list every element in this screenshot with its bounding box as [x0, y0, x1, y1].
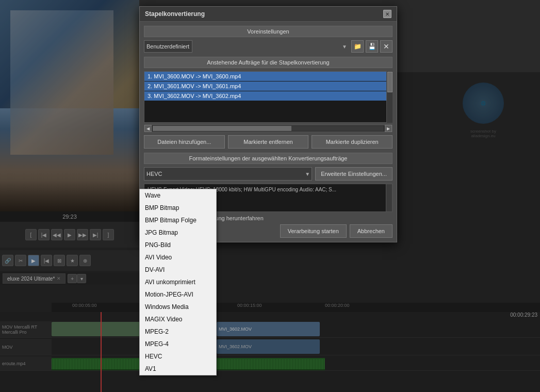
cancel-btn[interactable]: Abbrechen [350, 224, 392, 238]
presets-section-header: Voreinstellungen [144, 26, 392, 37]
dropdown-item-magix-video[interactable]: MAGIX Video [140, 313, 216, 325]
format-dropdown[interactable]: HEVC [144, 167, 312, 181]
job-item-2[interactable]: 2. MVI_3601.MOV -> MVI_3601.mp4 [144, 81, 392, 91]
dropdown-item-avi-unkomprimiert[interactable]: AVI unkomprimiert [140, 276, 216, 288]
hscroll-track[interactable] [153, 126, 384, 131]
preset-dropdown[interactable]: Benutzerdefiniert [144, 40, 192, 53]
modal-title: Stapelkonvertierung [145, 10, 205, 18]
advanced-settings-btn[interactable]: Erweiterte Einstellungen... [315, 167, 392, 181]
duplicate-marked-btn[interactable]: Markierte duplizieren [312, 135, 392, 149]
jobs-list-container: 1. MVI_3600.MOV -> MVI_3600.mp4 2. MVI_3… [144, 71, 392, 123]
dropdown-item-av1[interactable]: AV1 [140, 363, 216, 375]
modal-close-btn[interactable]: ✕ [383, 10, 391, 18]
hscroll-right-btn[interactable]: ▶ [385, 125, 392, 132]
presets-row: Benutzerdefiniert ▼ 📁 💾 ✕ [144, 40, 392, 53]
format-row: HEVC ▼ Erweiterte Einstellungen... [144, 167, 392, 181]
hscroll-left-btn[interactable]: ◀ [144, 125, 152, 132]
preset-select-container: Benutzerdefiniert ▼ [144, 40, 349, 53]
dropdown-item-avi-video[interactable]: AVI Video [140, 251, 216, 264]
dropdown-item-wave[interactable]: Wave [140, 189, 216, 202]
desc-scrollbar[interactable] [386, 184, 392, 211]
format-select-container: HEVC ▼ [144, 167, 312, 181]
add-files-btn[interactable]: Dateien hinzufügen... [144, 135, 225, 149]
jobs-hscroll: ◀ ▶ [144, 125, 392, 132]
action-buttons-row: Dateien hinzufügen... Markierte entferne… [144, 135, 392, 149]
dropdown-item-png-bild[interactable]: PNG-Bild [140, 239, 216, 251]
preset-dropdown-arrow: ▼ [342, 44, 347, 50]
dropdown-item-hevc[interactable]: HEVC [140, 350, 216, 363]
preset-close-btn[interactable]: ✕ [380, 40, 392, 53]
job-item-3[interactable]: 3. MVI_3602.MOV -> MVI_3602.mp4 [144, 91, 392, 101]
folder-icon: 📁 [354, 43, 362, 50]
dropdown-item-mpeg4[interactable]: MPEG-4 [140, 338, 216, 350]
dropdown-item-dv-avi[interactable]: DV-AVI [140, 264, 216, 276]
modal-title-bar: Stapelkonvertierung ✕ [140, 7, 397, 22]
dropdown-item-jpg-bitmap[interactable]: JPG Bitmap [140, 226, 216, 239]
bottom-right-area: Verarbeitung starten Abbrechen [280, 224, 392, 238]
job-item-1[interactable]: 1. MVI_3600.MOV -> MVI_3600.mp4 [144, 72, 392, 81]
jobs-section-header: Anstehende Aufträge für die Stapelkonver… [144, 57, 392, 68]
dropdown-item-bmp-bitmap[interactable]: BMP Bitmap [140, 202, 216, 214]
preset-folder-btn[interactable]: 📁 [351, 40, 364, 53]
jobs-list[interactable]: 1. MVI_3600.MOV -> MVI_3600.mp4 2. MVI_3… [144, 71, 392, 123]
dropdown-item-mpeg2[interactable]: MPEG-2 [140, 325, 216, 338]
remove-marked-btn[interactable]: Markierte entfernen [228, 135, 309, 149]
dropdown-item-bmp-bitmap-folge[interactable]: BMP Bitmap Folge [140, 214, 216, 226]
dropdown-item-windows-media[interactable]: Windows Media [140, 301, 216, 313]
format-section-header: Formateinstellungen der ausgewählten Kon… [144, 153, 392, 164]
dropdown-item-motion-jpeg[interactable]: Motion-JPEG-AVI [140, 288, 216, 301]
start-btn[interactable]: Verarbeitung starten [280, 224, 347, 238]
format-dropdown-menu: Wave BMP Bitmap BMP Bitmap Folge JPG Bit… [139, 189, 217, 375]
save-icon: 💾 [368, 43, 376, 50]
preset-save-btn[interactable]: 💾 [366, 40, 378, 53]
jobs-scrollbar-thumb [387, 72, 392, 92]
hscroll-thumb [153, 126, 291, 131]
jobs-scrollbar[interactable] [386, 71, 392, 123]
